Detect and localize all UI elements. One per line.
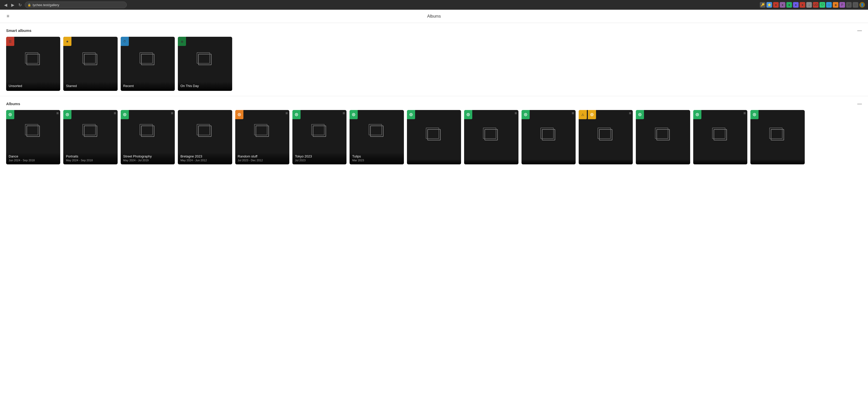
albums-title: Albums (6, 101, 20, 106)
album-r2-4[interactable]: ⚠ ⊞ (579, 110, 633, 164)
starred-name: Starred (66, 84, 115, 88)
street-info: Street Photography May 2024 - Jul 2019 (121, 152, 175, 164)
albums-header: Albums — (6, 101, 862, 106)
forward-button[interactable]: ▶ (10, 2, 15, 8)
dance-badge (6, 110, 14, 119)
address-bar[interactable]: 🔒 lychee.test/gallery (25, 2, 127, 8)
portraits-badge (63, 110, 71, 119)
reload-button[interactable]: ↻ (17, 2, 23, 8)
dance-info: Dance Jun 2024 - Sep 2018 (6, 152, 60, 164)
svg-point-11 (353, 114, 354, 115)
random-date: Jul 2023 - Dec 2012 (238, 159, 287, 162)
album-tulips[interactable]: Tulips Mar 2023 (349, 110, 404, 164)
sub-album-icon: ⊞ (343, 112, 345, 115)
album-r2-3[interactable]: ⊞ (522, 110, 576, 164)
ext-red1[interactable]: ● (773, 2, 779, 8)
r2-2-badge (464, 110, 472, 119)
on-this-day-name: On This Day (180, 84, 229, 88)
svg-point-19 (591, 114, 592, 115)
album-street-photography[interactable]: ⊞ Street Photography May 2024 - Jul 2019 (121, 110, 175, 164)
placeholder-icon (370, 126, 383, 137)
street-badge (121, 110, 129, 119)
tokyo-date: Jul 2023 (295, 159, 344, 162)
r2-3-badge (522, 110, 530, 119)
album-dance[interactable]: ⊞ Dance Jun 2024 - Sep 2018 (6, 110, 60, 164)
tokyo-badge (292, 110, 301, 119)
app-header: ≡ Albums (0, 10, 868, 23)
back-button[interactable]: ◀ (3, 2, 8, 8)
r2-4-warning-badge (588, 110, 596, 119)
unsorted-name: Unsorted (9, 84, 58, 88)
album-r2-7[interactable] (750, 110, 804, 164)
tulips-thumbnail (349, 110, 404, 152)
ext-purple2[interactable]: ● (793, 2, 799, 8)
ext-keys[interactable]: 🔑 (760, 2, 766, 8)
album-starred[interactable]: ★ Starred (63, 37, 117, 91)
ext-star[interactable]: ⭐ (767, 2, 772, 8)
placeholder-icon (84, 126, 97, 137)
album-tokyo[interactable]: ⊞ Tokyo 2023 Jul 2023 (292, 110, 346, 164)
album-r2-6[interactable]: ⊞ (693, 110, 747, 164)
albums-collapse[interactable]: — (857, 101, 862, 106)
ext-ud[interactable]: UD (813, 2, 818, 8)
placeholder-icon (256, 126, 269, 137)
ext-p[interactable]: P (839, 2, 845, 8)
placeholder-icon (141, 54, 154, 65)
placeholder-icon (198, 54, 212, 65)
ext-v[interactable]: V (846, 2, 852, 8)
svg-point-7 (239, 114, 240, 115)
placeholder-icon (198, 126, 212, 137)
album-r2-1[interactable] (407, 110, 461, 164)
ext-purple1[interactable]: ● (780, 2, 785, 8)
r2-4-badge: ⚠ (579, 110, 587, 119)
ext-shield[interactable]: 🛡 (819, 2, 825, 8)
sub-album-icon: ⊞ (285, 112, 288, 115)
smart-albums-header: Smart albums — (6, 28, 862, 33)
sub-album-icon: ⊞ (743, 112, 746, 115)
hamburger-button[interactable]: ≡ (5, 12, 11, 21)
r2-7-badge (750, 110, 758, 119)
album-random-stuff[interactable]: ⊞ Random stuff Jul 2023 - Dec 2012 (235, 110, 289, 164)
bretagne-name: Bretagne 2023 (180, 154, 229, 158)
r2-6-info (693, 159, 747, 164)
ext-red2[interactable]: ● (800, 2, 805, 8)
placeholder-icon (27, 54, 40, 65)
svg-point-25 (754, 114, 755, 115)
ext-dl[interactable]: ↓ (806, 2, 812, 8)
extensions-bar: 🔑 ⭐ ● ● ● ● ● ↓ UD 🛡 □ ◈ P V □ 👤 (760, 2, 865, 8)
tokyo-name: Tokyo 2023 (295, 154, 344, 158)
album-bretagne[interactable]: Bretagne 2023 May 2024 - Jun 2012 (178, 110, 232, 164)
placeholder-icon (313, 126, 326, 137)
album-on-this-day[interactable]: ▦ On This Day (178, 37, 232, 91)
unsorted-info: Unsorted (6, 82, 60, 91)
bretagne-info: Bretagne 2023 May 2024 - Jun 2012 (178, 152, 232, 164)
smart-albums-collapse[interactable]: — (857, 28, 862, 33)
url-text: lychee.test/gallery (33, 3, 59, 7)
tulips-badge (349, 110, 358, 119)
street-date: May 2024 - Jul 2019 (123, 159, 172, 162)
album-r2-2[interactable]: ⊞ (464, 110, 518, 164)
recent-name: Recent (123, 84, 172, 88)
ext-box[interactable]: □ (853, 2, 858, 8)
ext-green1[interactable]: ● (786, 2, 792, 8)
r2-7-info (750, 159, 804, 164)
random-overlay: ⊞ (285, 112, 288, 115)
ext-orange[interactable]: ◈ (833, 2, 838, 8)
album-r2-5[interactable] (636, 110, 690, 164)
ext-avatar[interactable]: 👤 (859, 2, 865, 8)
sub-album-icon: ⊞ (114, 112, 116, 115)
tulips-date: Mar 2023 (352, 159, 401, 162)
smart-albums-grid: ☰ Unsorted ★ Starred (6, 37, 862, 91)
placeholder-icon (771, 129, 784, 141)
street-overlay: ⊞ (171, 112, 173, 115)
ext-blue[interactable]: □ (826, 2, 832, 8)
placeholder-icon (84, 54, 97, 65)
starred-badge: ★ (63, 37, 71, 46)
album-recent[interactable]: ⏱ Recent (121, 37, 175, 91)
random-name: Random stuff (238, 154, 287, 158)
album-unsorted[interactable]: ☰ Unsorted (6, 37, 60, 91)
placeholder-icon (714, 129, 727, 141)
album-portraits[interactable]: ⊞ Portraits May 2024 - Sep 2018 (63, 110, 117, 164)
placeholder-icon (599, 129, 612, 141)
portraits-overlay: ⊞ (114, 112, 116, 115)
